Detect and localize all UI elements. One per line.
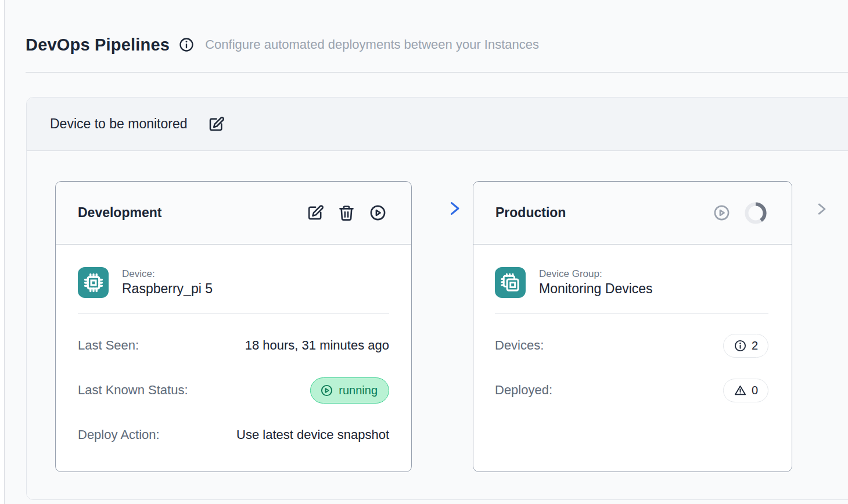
stage-link-chevron-icon[interactable]: [445, 200, 463, 217]
device-group-chip-icon: [495, 267, 526, 298]
devices-count: 2: [752, 339, 758, 352]
warning-triangle-icon: [734, 384, 747, 397]
device-label: Device:: [122, 268, 213, 280]
card-divider: [78, 313, 389, 314]
device-text: Device: Raspberry_pi 5: [122, 268, 213, 297]
pipeline-name: Device to be monitored: [50, 116, 188, 132]
devices-row: Devices: 2: [495, 333, 768, 358]
deploy-action-row: Deploy Action: Use latest device snapsho…: [78, 422, 389, 448]
play-circle-icon-disabled[interactable]: [713, 204, 731, 222]
development-card-header: Development: [56, 182, 411, 244]
header-divider: [26, 72, 848, 73]
deploy-action-value: Use latest device snapshot: [236, 427, 389, 442]
page-subtitle: Configure automated deployments between …: [205, 37, 539, 52]
deployed-count-pill[interactable]: 0: [723, 379, 768, 402]
last-known-status-row: Last Known Status: running: [78, 377, 389, 403]
last-seen-value: 18 hours, 31 minutes ago: [245, 338, 389, 353]
play-circle-icon[interactable]: [369, 204, 387, 222]
trash-icon[interactable]: [337, 204, 355, 222]
production-card-header: Production: [473, 182, 792, 244]
device-group-label: Device Group:: [539, 268, 653, 280]
devices-count-pill[interactable]: 2: [723, 334, 768, 358]
device-chip-icon: [78, 267, 109, 298]
last-seen-label: Last Seen:: [78, 338, 139, 353]
scroll-right-chevron-icon[interactable]: [814, 201, 829, 217]
last-known-status-label: Last Known Status:: [78, 383, 188, 398]
info-circle-icon: [734, 339, 747, 352]
development-card-actions: [306, 204, 387, 222]
device-row: Device: Raspberry_pi 5: [78, 267, 389, 298]
production-card-body: Device Group: Monitoring Devices Devices…: [473, 267, 792, 403]
devops-pipelines-page: DevOps Pipelines Configure automated dep…: [0, 0, 848, 504]
stage-title: Production: [495, 205, 566, 221]
left-page-border: [0, 0, 5, 504]
pipeline-panel-body: Development: [27, 151, 848, 500]
last-seen-row: Last Seen: 18 hours, 31 minutes ago: [78, 333, 389, 358]
deploy-action-label: Deploy Action:: [78, 427, 160, 442]
production-card-actions: [713, 201, 767, 225]
edit-icon[interactable]: [306, 204, 324, 222]
development-stage-card: Development: [55, 181, 412, 472]
play-circle-icon: [320, 384, 333, 397]
deployed-label: Deployed:: [495, 383, 552, 398]
page-header: DevOps Pipelines Configure automated dep…: [26, 31, 539, 58]
stage-title: Development: [78, 205, 161, 221]
production-stage-card: Production: [473, 181, 792, 472]
pipeline-panel-header: Device to be monitored: [27, 98, 848, 151]
status-badge: running: [310, 377, 389, 404]
deployed-count: 0: [752, 384, 758, 397]
deployed-row: Deployed: 0: [495, 377, 768, 403]
info-circle-icon[interactable]: [178, 37, 195, 53]
page-title: DevOps Pipelines: [26, 35, 170, 55]
loading-spinner: [744, 201, 767, 225]
edit-pipeline-name-icon[interactable]: [207, 116, 225, 133]
devices-label: Devices:: [495, 338, 544, 353]
pipeline-panel: Device to be monitored Development: [26, 97, 848, 500]
status-badge-label: running: [339, 384, 378, 397]
device-group-text: Device Group: Monitoring Devices: [539, 268, 653, 297]
development-card-body: Device: Raspberry_pi 5 Last Seen: 18 hou…: [56, 267, 411, 448]
device-name: Raspberry_pi 5: [122, 281, 213, 297]
card-divider: [495, 313, 768, 314]
device-group-name: Monitoring Devices: [539, 281, 653, 297]
device-group-row: Device Group: Monitoring Devices: [495, 267, 768, 298]
